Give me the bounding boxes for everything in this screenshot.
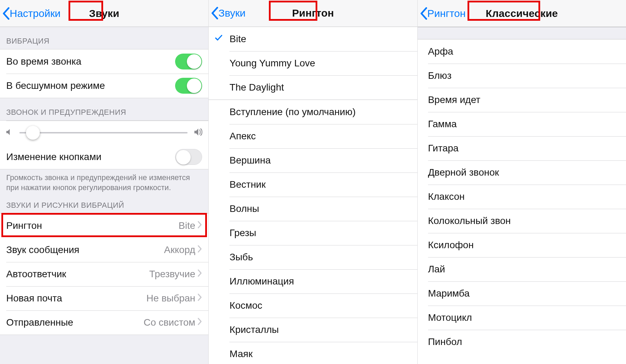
section-footer-ringer: Громкость звонка и предупреждений не изм… xyxy=(0,169,208,196)
row-vibrate-on-ring[interactable]: Во время звонка xyxy=(0,49,208,74)
volume-thumb[interactable] xyxy=(26,126,40,140)
vibration-group: Во время звонка В бесшумном режиме xyxy=(0,49,208,98)
volume-track[interactable] xyxy=(19,132,188,133)
ringtone-label: Арфа xyxy=(428,46,453,57)
ringtone-label: Апекс xyxy=(229,131,256,142)
ringtone-row[interactable]: Апекс xyxy=(209,124,417,148)
chevron-left-icon xyxy=(420,7,427,20)
ringtone-label: Вершина xyxy=(229,155,271,166)
row-value: Аккорд xyxy=(164,244,195,255)
row-value: Со свистом xyxy=(144,317,195,328)
ringtone-pane: Звуки Рингтон BiteYoung Yummy LoveThe Da… xyxy=(209,0,417,364)
row-value: Трезвучие xyxy=(149,269,195,280)
sound-row[interactable]: РингтонBite xyxy=(0,214,208,238)
classic-ringtone-row[interactable]: Клаксон xyxy=(418,185,626,209)
back-label: Рингтон xyxy=(427,8,466,19)
sound-row[interactable]: Новая почтаНе выбран xyxy=(0,286,208,310)
ringtone-label: Зыбь xyxy=(229,252,253,263)
ringtone-row[interactable]: The Daylight xyxy=(209,75,417,100)
row-change-with-buttons[interactable]: Изменение кнопками xyxy=(0,145,208,169)
classic-ringtone-pane: Рингтон Классические АрфаБлюзВремя идетГ… xyxy=(418,0,626,364)
ringtone-row[interactable]: Грезы xyxy=(209,221,417,245)
ringtone-label: Иллюминация xyxy=(229,276,294,287)
sound-row[interactable]: АвтоответчикТрезвучие xyxy=(0,262,208,286)
checkmark-icon xyxy=(214,33,223,45)
classic-ringtone-row[interactable]: Маримба xyxy=(418,281,626,306)
ringtone-label: Волны xyxy=(229,203,259,214)
volume-high-icon xyxy=(193,127,203,139)
ringtone-row[interactable]: Вершина xyxy=(209,148,417,172)
ringtone-label: Блюз xyxy=(428,70,452,81)
back-button[interactable]: Звуки xyxy=(211,0,245,27)
classic-ringtone-row[interactable]: Колокольный звон xyxy=(418,209,626,233)
volume-slider-row[interactable] xyxy=(0,121,208,145)
row-label: Автоответчик xyxy=(6,269,149,280)
classic-ringtone-row[interactable]: Мотоцикл xyxy=(418,306,626,330)
row-vibrate-on-silent[interactable]: В бесшумном режиме xyxy=(0,74,208,98)
table-spacer xyxy=(418,27,626,39)
row-label: В бесшумном режиме xyxy=(6,80,175,91)
ringtone-row[interactable]: Кристаллы xyxy=(209,318,417,342)
ringtone-row[interactable]: Вестник xyxy=(209,172,417,197)
settings-sounds-pane: Настройки Звуки ВИБРАЦИЯ Во время звонка… xyxy=(0,0,209,364)
sound-row[interactable]: ОтправленныеСо свистом xyxy=(0,310,208,335)
section-header-ringer: ЗВОНОК И ПРЕДУПРЕЖДЕНИЯ xyxy=(0,98,208,120)
ringtone-label: Гамма xyxy=(428,119,457,130)
classic-ringtone-row[interactable]: Ксилофон xyxy=(418,233,626,257)
ringtone-label: Маяк xyxy=(229,348,253,360)
ringtone-row[interactable]: Young Yummy Love xyxy=(209,51,417,75)
ringtone-row[interactable]: Зыбь xyxy=(209,245,417,269)
classic-ringtone-row[interactable]: Арфа xyxy=(418,39,626,64)
row-label: Отправленные xyxy=(6,317,144,328)
ringtone-label: Колокольный звон xyxy=(428,215,511,226)
classic-ringtone-list: АрфаБлюзВремя идетГаммаГитараДверной зво… xyxy=(418,39,626,364)
nav-title: Звуки xyxy=(89,8,119,19)
ringtone-row[interactable]: Волны xyxy=(209,197,417,221)
ringtone-label: Клаксон xyxy=(428,191,465,202)
classic-ringtone-row[interactable]: Дверной звонок xyxy=(418,160,626,185)
classic-ringtone-row[interactable]: Блюз xyxy=(418,64,626,88)
chevron-left-icon xyxy=(211,6,218,20)
ringtone-label: Грезы xyxy=(229,227,256,239)
classic-ringtone-row[interactable]: Гамма xyxy=(418,112,626,136)
ringtone-label: Вестник xyxy=(229,179,265,190)
navbar: Рингтон Классические xyxy=(418,0,626,27)
ringtone-label: Дверной звонок xyxy=(428,167,499,178)
sound-row[interactable]: Звук сообщенияАккорд xyxy=(0,238,208,262)
ringtone-label: Мотоцикл xyxy=(428,312,472,323)
ringtone-row[interactable]: Иллюминация xyxy=(209,269,417,293)
navbar: Звуки Рингтон xyxy=(209,0,417,27)
ringtone-row[interactable]: Вступление (по умолчанию) xyxy=(209,100,417,124)
ringtone-label: Маримба xyxy=(428,288,470,299)
toggle-vibrate-on-ring[interactable] xyxy=(175,54,202,69)
ringer-group: Изменение кнопками xyxy=(0,120,208,169)
chevron-right-icon xyxy=(197,293,202,304)
ringtone-label: Время идет xyxy=(428,94,480,105)
row-label: Изменение кнопками xyxy=(6,151,175,162)
ringtone-label: Гитара xyxy=(428,143,459,154)
toggle-vibrate-on-silent[interactable] xyxy=(175,78,202,94)
back-button[interactable]: Рингтон xyxy=(420,0,466,27)
chevron-right-icon xyxy=(197,269,202,280)
chevron-right-icon xyxy=(197,220,202,231)
classic-ringtone-row[interactable]: Пинбол xyxy=(418,330,626,354)
ringtone-label: Ксилофон xyxy=(428,240,474,251)
back-label: Настройки xyxy=(10,8,61,19)
ringtone-label: Космос xyxy=(229,300,262,311)
ringtone-label: Лай xyxy=(428,264,445,275)
nav-title: Рингтон xyxy=(292,7,334,19)
ringtone-label: Bite xyxy=(229,34,246,45)
ringtone-label: Кристаллы xyxy=(229,324,279,335)
ringtone-label: Пинбол xyxy=(428,336,462,347)
classic-ringtone-row[interactable]: Лай xyxy=(418,257,626,281)
ringtone-row[interactable]: Маяк xyxy=(209,342,417,364)
classic-ringtone-row[interactable]: Гитара xyxy=(418,136,626,160)
ringtone-row[interactable]: Космос xyxy=(209,293,417,318)
ringtone-label: Young Yummy Love xyxy=(229,58,315,69)
back-button[interactable]: Настройки xyxy=(2,0,61,27)
ringtone-row[interactable]: Bite xyxy=(209,27,417,51)
chevron-right-icon xyxy=(197,317,202,328)
toggle-change-with-buttons[interactable] xyxy=(175,149,202,165)
classic-ringtone-row[interactable]: Время идет xyxy=(418,88,626,112)
row-value: Bite xyxy=(179,220,195,231)
